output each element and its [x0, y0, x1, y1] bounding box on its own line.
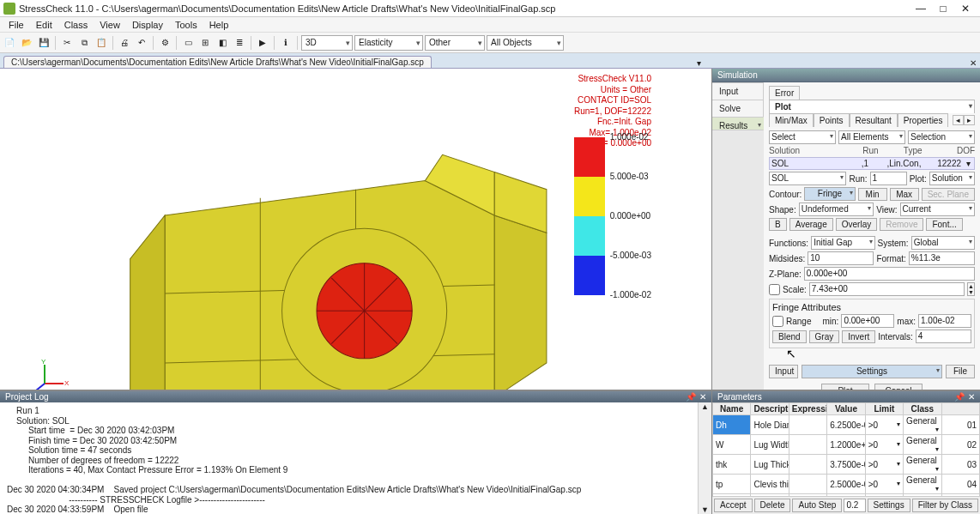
overlay-button[interactable]: Overlay [836, 218, 877, 231]
copy-icon[interactable]: ⧉ [76, 35, 92, 51]
range-check[interactable] [772, 316, 783, 327]
system-combo[interactable]: Global [911, 236, 975, 250]
secplane-button[interactable]: Sec. Plane [922, 188, 975, 201]
range-min-input[interactable]: 0.00e+00 [841, 314, 894, 328]
tab-results[interactable]: Results [712, 117, 764, 130]
menu-display[interactable]: Display [127, 20, 168, 30]
fringe-button[interactable]: Fringe [804, 187, 855, 201]
file-btn[interactable]: File [946, 365, 975, 378]
tab-input[interactable]: Input [712, 82, 764, 100]
scale-input[interactable]: 7.43e+00 [809, 282, 965, 296]
tab-nav-right[interactable]: ▸ [964, 115, 975, 125]
elements-combo[interactable]: All Elements [838, 130, 905, 144]
intervals-input[interactable]: 4 [916, 330, 971, 343]
open-icon[interactable]: 📂 [19, 35, 34, 51]
run-icon[interactable]: ▶ [255, 35, 270, 51]
tab-nav-left[interactable]: ◂ [953, 115, 964, 125]
doc-tab-close[interactable]: ✕ [966, 58, 980, 68]
table-row[interactable]: DhHole Diameter6.2500e-01>0 ▾General ▾01 [713, 415, 980, 435]
average-button[interactable]: Average [789, 218, 833, 231]
param-pin-icon[interactable]: 📌 [954, 392, 965, 402]
midsides-input[interactable]: 10 [808, 251, 874, 265]
param-close-icon[interactable]: ✕ [968, 392, 975, 402]
settings-btn[interactable]: Settings [802, 365, 942, 378]
format-input[interactable]: %11.3e [909, 251, 975, 265]
select-combo[interactable]: Select [769, 130, 836, 144]
results-tabs: Error Plot Min/Max Points Resultant Prop… [769, 86, 975, 127]
run-input[interactable]: 1 [870, 172, 907, 185]
log-scrollbar[interactable]: ▲▼ [698, 402, 711, 514]
min-button[interactable]: Min [858, 188, 887, 201]
view-combo[interactable]: Current [900, 203, 976, 216]
invert-button[interactable]: Invert [842, 330, 875, 343]
param-settings-button[interactable]: Settings [868, 499, 910, 512]
scale-check[interactable] [769, 284, 780, 295]
plotmode-combo[interactable]: Solution [929, 172, 975, 185]
step-input[interactable]: 0.2 [844, 499, 865, 512]
param-table[interactable]: NameDescriptionExpressionValueLimitClass… [712, 402, 980, 496]
tab-error[interactable]: Error [769, 86, 800, 100]
solution-row[interactable]: SOL ,1 ,Lin.Con, 12222 ▾ [769, 157, 975, 170]
tab-properties[interactable]: Properties [898, 113, 949, 127]
table-row[interactable]: thkLug Thickness3.7500e-01>0 ▾General ▾0… [713, 455, 980, 475]
close-button[interactable]: ✕ [954, 3, 977, 15]
blend-button[interactable]: Blend [772, 330, 807, 343]
menu-view[interactable]: View [94, 20, 125, 30]
delete-button[interactable]: Delete [754, 499, 791, 512]
zplane-input[interactable]: 0.000e+00 [804, 267, 975, 281]
filter-button[interactable]: Filter by Class [912, 499, 978, 512]
table-row[interactable]: WLug Width1.2000e+00>0 ▾General ▾02 [713, 435, 980, 455]
gray-button[interactable]: Gray [809, 330, 840, 343]
other-combo[interactable]: Other [425, 35, 485, 51]
app-icon [3, 3, 15, 15]
table-row[interactable]: tpClevis thickness2.5000e-01>0 ▾General … [713, 475, 980, 494]
b-button[interactable]: B [769, 218, 787, 231]
log-body[interactable]: Run 1 Solution: SOL Start time = Dec 30 … [0, 402, 711, 514]
undo-icon[interactable]: ↶ [134, 35, 149, 51]
tab-resultant[interactable]: Resultant [850, 113, 898, 127]
info-icon[interactable]: ℹ [278, 35, 293, 51]
mesh-icon[interactable]: ⊞ [197, 35, 213, 51]
menu-edit[interactable]: Edit [31, 20, 57, 30]
save-icon[interactable]: 💾 [36, 35, 51, 51]
max-button[interactable]: Max [890, 188, 919, 201]
tab-solve[interactable]: Solve [712, 100, 764, 118]
shape-combo[interactable]: Undeformed [799, 203, 874, 216]
new-icon[interactable]: 📄 [2, 35, 17, 51]
selection-combo[interactable]: Selection [908, 130, 975, 144]
scale-spinner[interactable]: ▲▼ [967, 282, 975, 296]
doc-tab-dropdown[interactable]: ▾ [693, 58, 705, 68]
menu-help[interactable]: Help [204, 20, 234, 30]
menu-tools[interactable]: Tools [170, 20, 203, 30]
log-close-icon[interactable]: ✕ [699, 392, 706, 402]
menu-class[interactable]: Class [59, 20, 94, 30]
log-pin-icon[interactable]: 📌 [686, 392, 696, 402]
tab-minmax[interactable]: Min/Max [769, 113, 814, 127]
range-max-input[interactable]: 1.00e-02 [918, 314, 971, 328]
input-btn[interactable]: Input [769, 365, 798, 378]
sol-combo[interactable]: SOL [769, 172, 846, 185]
maximize-button[interactable]: □ [932, 3, 954, 15]
autostep-button[interactable]: Auto Step [792, 499, 842, 512]
select-icon[interactable]: ▭ [180, 35, 196, 51]
menu-file[interactable]: File [3, 20, 29, 30]
function-combo[interactable]: Initial Gap [811, 236, 874, 250]
objects-combo[interactable]: All Objects [487, 35, 564, 51]
color-legend: 1.000e-025.000e-030.000e+00-5.000e-03-1.… [574, 137, 651, 295]
remove-button[interactable]: Remove [880, 218, 923, 231]
gear-icon[interactable]: ⚙ [157, 35, 172, 51]
tab-points[interactable]: Points [814, 113, 850, 127]
project-log-pane: Project Log📌✕ Run 1 Solution: SOL Start … [0, 391, 712, 514]
accept-button[interactable]: Accept [714, 499, 753, 512]
tab-plot[interactable]: Plot [769, 100, 975, 113]
minimize-button[interactable]: — [910, 3, 932, 15]
cut-icon[interactable]: ✂ [59, 35, 75, 51]
shade-icon[interactable]: ◧ [215, 35, 230, 51]
layers-icon[interactable]: ≣ [232, 35, 247, 51]
print-icon[interactable]: 🖨 [117, 35, 132, 51]
doc-tab[interactable]: C:\Users\agerman\Documents\Documentation… [3, 56, 432, 68]
dim-combo[interactable]: 3D [301, 35, 353, 51]
material-combo[interactable]: Elasticity [354, 35, 423, 51]
font-button[interactable]: Font... [926, 218, 962, 231]
paste-icon[interactable]: 📋 [94, 35, 109, 51]
